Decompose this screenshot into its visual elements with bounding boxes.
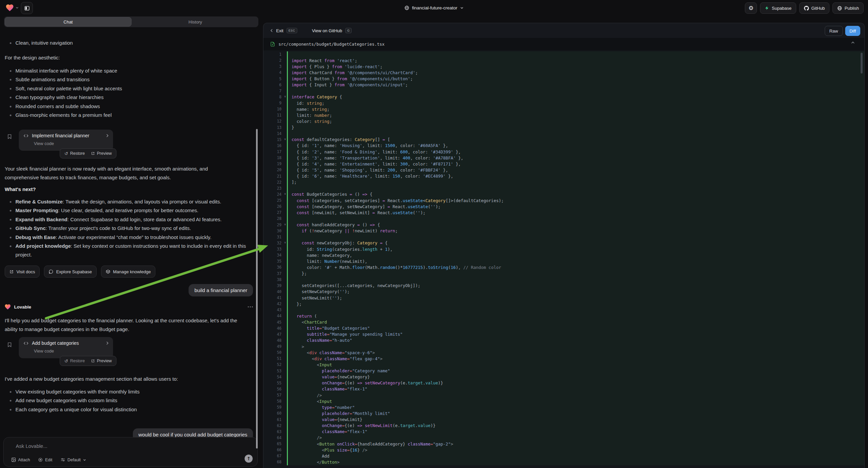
line-number: 23 xyxy=(264,186,287,191)
chevron-right-icon[interactable] xyxy=(106,341,109,345)
ready-message: Your sleek financial planner is now read… xyxy=(5,165,242,182)
line-number: 7 xyxy=(264,89,287,93)
message-menu-icon[interactable] xyxy=(248,306,253,308)
code-line-16: 16 { id: '1', name: 'Housing', limit: 15… xyxy=(264,143,864,149)
code-line-content: }; xyxy=(287,271,864,276)
tab-chat[interactable]: Chat xyxy=(5,17,131,27)
code-icon xyxy=(24,134,29,138)
bookmark-icon[interactable] xyxy=(7,134,12,139)
chevron-right-icon[interactable] xyxy=(106,134,109,138)
version-card-implement-financial-planner[interactable]: Implement financial planner View code xyxy=(19,129,113,151)
view-code-link[interactable]: View code xyxy=(34,141,54,146)
list-item: View existing budget categories with the… xyxy=(5,387,245,396)
code-line-19: 19 { id: '4', name: 'Entertainment', lim… xyxy=(264,161,864,167)
code-line-content: const BudgetCategories = () => { xyxy=(287,192,864,197)
visit-docs-button[interactable]: Visit docs xyxy=(5,266,39,277)
send-button[interactable]: ↑ xyxy=(245,455,253,463)
chat-scroll-area[interactable]: Clean, intuitive navigation For the desi… xyxy=(0,28,262,468)
file-path-bar[interactable]: src/components/budget/BudgetCategories.t… xyxy=(264,38,864,51)
version-card-add-budget-categories[interactable]: Add budget categories View code xyxy=(19,337,113,358)
code-line-content: const handleAddCategory = () => { xyxy=(287,222,864,228)
supabase-button[interactable]: Supabase xyxy=(760,2,796,14)
line-number: 13 xyxy=(264,125,287,130)
line-number: 19 xyxy=(264,162,287,166)
code-scrollbar[interactable] xyxy=(861,53,863,74)
line-number: 42 xyxy=(264,301,287,306)
project-name[interactable]: financial-future-creator xyxy=(412,5,457,10)
file-path: src/components/budget/BudgetCategories.t… xyxy=(278,41,384,47)
line-number: 61 xyxy=(264,417,287,422)
code-line-55: 55 onChange={(e) => setNewCategory(e.tar… xyxy=(264,380,864,386)
diff-toggle-button[interactable]: Diff xyxy=(845,26,860,36)
lovable-heart-icon xyxy=(4,303,11,310)
project-chevron-down-icon[interactable] xyxy=(460,6,464,10)
code-line-content: > xyxy=(287,344,864,350)
code-line-content: id: String(categories.length + 1), xyxy=(287,246,864,252)
code-line-32: 32∨ const newCategoryObj: Category = { xyxy=(264,240,864,246)
exit-button[interactable]: Exit xyxy=(276,28,283,33)
view-on-github-link[interactable]: View on GitHub xyxy=(312,28,342,33)
chevron-left-icon[interactable] xyxy=(270,29,273,33)
sliders-icon xyxy=(60,457,65,462)
code-line-content: <div className="flex gap-4"> xyxy=(287,355,864,361)
code-line-content: import { Plus } from 'lucide-react'; xyxy=(287,63,864,69)
code-line-43: 43 xyxy=(264,307,864,313)
explore-supabase-button[interactable]: Explore Supabase xyxy=(44,266,96,277)
tab-history[interactable]: History xyxy=(132,17,258,27)
code-line-11: 11 limit: number; xyxy=(264,112,864,118)
chat-scrollbar[interactable] xyxy=(256,129,258,448)
list-item: Add new budget categories with custom li… xyxy=(5,396,245,405)
code-line-33: 33 id: String(categories.length + 1), xyxy=(264,246,864,252)
line-number: 10 xyxy=(264,107,287,112)
raw-toggle-button[interactable]: Raw xyxy=(825,26,843,36)
line-number: 27 xyxy=(264,210,287,215)
code-line-content: onChange={(e) => setNewCategory(e.target… xyxy=(287,380,864,386)
code-line-content: placeholder="Category name" xyxy=(287,368,864,374)
manage-knowledge-button[interactable]: Manage knowledge xyxy=(101,266,156,277)
code-editor[interactable]: 12import React from 'react';3import { Pl… xyxy=(264,50,864,468)
github-button[interactable]: GitHub xyxy=(799,2,829,14)
line-number: 17 xyxy=(264,149,287,154)
line-number: 50 xyxy=(264,350,287,355)
code-line-content: className="flex-1" xyxy=(287,429,864,435)
fold-chevron-icon[interactable]: ∨ xyxy=(284,193,286,195)
model-selector[interactable]: Default xyxy=(60,457,86,462)
line-number: 33 xyxy=(264,247,287,252)
knowledge-box-icon xyxy=(106,269,111,274)
line-number: 6 xyxy=(264,83,287,87)
edit-mode-button[interactable]: Edit xyxy=(38,457,52,462)
fold-chevron-icon[interactable]: ∨ xyxy=(284,241,286,244)
fold-chevron-icon[interactable]: ∨ xyxy=(284,138,286,141)
bookmark-icon[interactable] xyxy=(7,342,12,348)
line-number: 18 xyxy=(264,155,287,160)
project-title: financial-future-creator xyxy=(0,0,868,16)
code-line-30: 30 if (!newCategory || !newLimit) return… xyxy=(264,228,864,234)
code-line-1: 1 xyxy=(264,51,864,57)
code-line-59: 59 type="number" xyxy=(264,404,864,410)
line-number: 30 xyxy=(264,229,287,233)
restore-button[interactable]: ↺ Restore xyxy=(61,356,88,365)
publish-button[interactable]: Publish xyxy=(832,2,864,14)
chat-input[interactable] xyxy=(15,443,218,449)
code-line-2: 2import React from 'react'; xyxy=(264,57,864,63)
collapse-file-chevron-up-icon[interactable] xyxy=(851,41,855,44)
code-line-content: </Button> xyxy=(287,459,864,465)
restore-button[interactable]: ↺ Restore xyxy=(61,149,88,158)
preview-button[interactable]: Preview xyxy=(88,149,115,158)
line-number: 56 xyxy=(264,387,287,391)
code-line-content: { id: '2', name: 'Food & Dining', limit:… xyxy=(287,149,864,155)
code-line-38: 38 xyxy=(264,276,864,283)
fold-chevron-icon[interactable]: ∨ xyxy=(284,223,286,226)
preview-button[interactable]: Preview xyxy=(88,356,115,365)
attach-button[interactable]: Attach xyxy=(11,457,30,462)
settings-button[interactable]: ⚙ xyxy=(745,2,757,14)
view-code-link[interactable]: View code xyxy=(34,349,54,353)
code-line-content xyxy=(287,51,864,57)
code-line-3: 3import { Plus } from 'lucide-react'; xyxy=(264,63,864,69)
line-number: 25 xyxy=(264,198,287,203)
code-line-content: import ChartCard from '@/components/ui/C… xyxy=(287,69,864,76)
code-line-content: import { Input } from '@/components/ui/i… xyxy=(287,82,864,88)
fold-chevron-icon[interactable]: ∨ xyxy=(284,95,286,98)
mode-label: Default xyxy=(67,458,81,462)
line-number: 62 xyxy=(264,423,287,428)
